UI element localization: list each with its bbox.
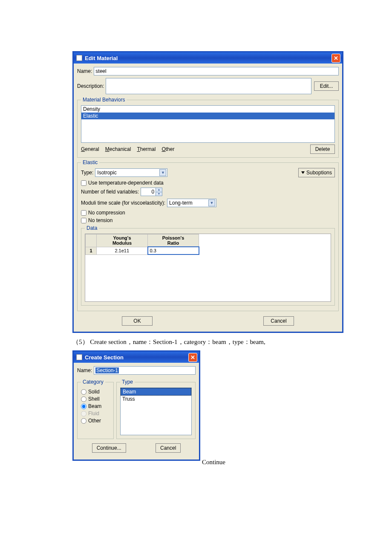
moduli-value: Long-term xyxy=(169,200,207,206)
suboptions-button[interactable]: Suboptions xyxy=(298,168,335,177)
elastic-legend: Elastic xyxy=(81,159,99,165)
field-vars-spinner[interactable]: ▲▼ xyxy=(141,188,162,196)
list-item[interactable]: Truss xyxy=(121,396,191,402)
menu-thermal[interactable]: Thermal xyxy=(137,146,156,152)
close-button[interactable]: ✕ xyxy=(331,54,340,63)
continue-text: Continue xyxy=(202,459,225,466)
no-compression-label: No compression xyxy=(88,210,125,216)
moduli-select[interactable]: Long-term ▼ xyxy=(167,199,216,207)
edit-description-button[interactable]: Edit... xyxy=(314,81,339,91)
moduli-label: Moduli time scale (for viscoelasticity): xyxy=(81,200,165,206)
spin-up-icon[interactable]: ▲ xyxy=(156,188,162,192)
window-title: Edit Material xyxy=(85,55,118,61)
close-button[interactable]: ✕ xyxy=(188,353,197,362)
list-item[interactable]: Beam xyxy=(121,388,191,396)
triangle-down-icon xyxy=(301,171,305,174)
app-icon xyxy=(76,354,82,360)
type-list[interactable]: Beam Truss xyxy=(120,387,192,435)
name-label: Name: xyxy=(77,68,92,74)
type-group: Type Beam Truss xyxy=(116,379,196,439)
menu-mechanical[interactable]: Mechanical xyxy=(105,146,131,152)
chevron-down-icon: ▼ xyxy=(208,199,215,206)
ok-button[interactable]: OK xyxy=(122,316,153,326)
type-legend: Type xyxy=(120,379,135,385)
radio-beam[interactable]: Beam xyxy=(81,403,110,409)
name-input[interactable]: Section-1 xyxy=(94,366,196,375)
radio-fluid: Fluid xyxy=(81,410,110,416)
caption-5: （5） Create section，name：Section-1，catego… xyxy=(72,338,320,346)
category-legend: Category xyxy=(81,379,105,385)
data-legend: Data xyxy=(85,225,99,231)
titlebar[interactable]: Edit Material ✕ xyxy=(74,52,342,64)
material-behaviors-legend: Material Behaviors xyxy=(81,97,127,103)
temp-dependent-label: Use temperature-dependent data xyxy=(88,180,164,186)
description-label: Description: xyxy=(77,83,104,89)
radio-other[interactable]: Other xyxy=(81,418,110,424)
corner-cell xyxy=(86,234,97,247)
name-input[interactable] xyxy=(94,67,339,75)
continue-button[interactable]: Continue... xyxy=(92,443,126,453)
data-group: Data Young's Modulus Poisson's Ratio 1 2… xyxy=(81,225,335,306)
titlebar[interactable]: Create Section ✕ xyxy=(74,352,199,363)
material-behaviors-group: Material Behaviors Density Elastic Gener… xyxy=(77,97,339,158)
chevron-down-icon: ▼ xyxy=(159,169,166,176)
description-input[interactable] xyxy=(106,78,311,94)
window-title: Create Section xyxy=(85,354,124,361)
radio-shell[interactable]: Shell xyxy=(81,396,110,402)
col-youngs: Young's Modulus xyxy=(97,234,148,247)
create-section-dialog: Create Section ✕ Name: Section-1 Categor… xyxy=(72,350,200,461)
type-value: Isotropic xyxy=(97,170,158,176)
menu-other[interactable]: Other xyxy=(161,146,174,152)
elastic-group: Elastic Type: Isotropic ▼ Suboptions Use… xyxy=(77,159,339,311)
temp-dependent-checkbox[interactable] xyxy=(81,180,86,186)
field-vars-input[interactable] xyxy=(141,188,156,196)
poisson-cell[interactable]: 0.3 xyxy=(148,247,199,254)
menu-general[interactable]: General xyxy=(81,146,99,152)
type-label: Type: xyxy=(81,170,93,176)
no-tension-label: No tension xyxy=(88,217,112,223)
name-label: Name: xyxy=(77,367,92,373)
app-icon xyxy=(76,55,82,61)
col-poisson: Poisson's Ratio xyxy=(148,234,199,247)
list-item[interactable]: Density xyxy=(81,106,334,113)
radio-solid[interactable]: Solid xyxy=(81,389,110,395)
cancel-button[interactable]: Cancel xyxy=(263,316,294,326)
spin-down-icon[interactable]: ▼ xyxy=(156,192,162,196)
cancel-button[interactable]: Cancel xyxy=(156,443,181,453)
data-grid[interactable]: Young's Modulus Poisson's Ratio 1 2.1e11… xyxy=(85,234,331,302)
type-select[interactable]: Isotropic ▼ xyxy=(95,168,167,177)
list-item[interactable]: Elastic xyxy=(81,113,334,119)
behavior-menubar: General Mechanical Thermal Other Delete xyxy=(81,145,335,154)
behaviors-list[interactable]: Density Elastic xyxy=(81,105,335,143)
no-compression-checkbox[interactable] xyxy=(81,210,86,216)
edit-material-dialog: Edit Material ✕ Name: Description: Edit.… xyxy=(72,51,343,333)
name-value: Section-1 xyxy=(95,367,119,373)
delete-button[interactable]: Delete xyxy=(310,145,335,154)
field-vars-label: Number of field variables: xyxy=(81,189,139,195)
row-num: 1 xyxy=(86,247,97,254)
category-group: Category Solid Shell Beam Fluid Other xyxy=(77,379,114,439)
table-row[interactable]: 1 2.1e11 0.3 xyxy=(86,247,199,254)
no-tension-checkbox[interactable] xyxy=(81,218,86,223)
youngs-cell[interactable]: 2.1e11 xyxy=(97,247,148,254)
